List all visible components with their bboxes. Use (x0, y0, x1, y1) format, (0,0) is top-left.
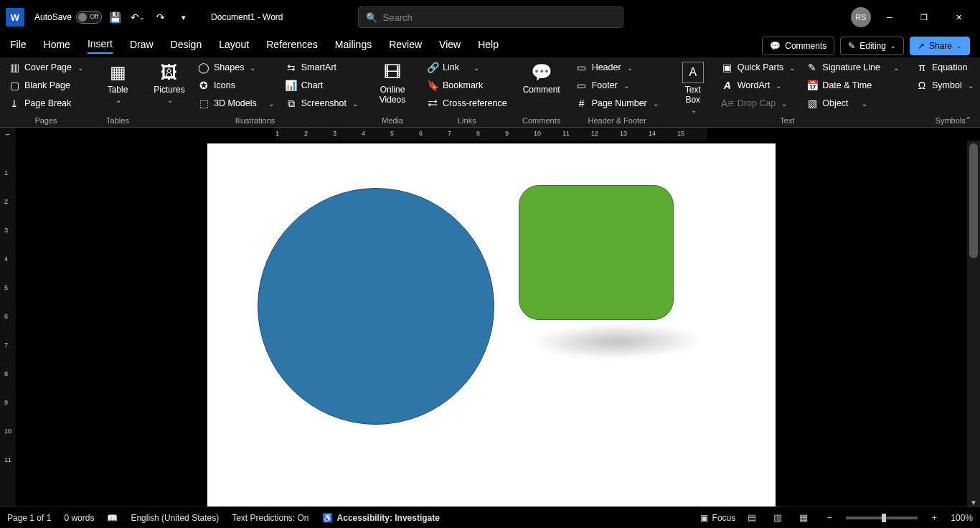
tab-view[interactable]: View (439, 39, 461, 53)
signature-line-button[interactable]: ✎Signature Line (802, 59, 903, 76)
page-number-icon: # (576, 98, 588, 109)
3d-models-button[interactable]: ⬚3D Models (194, 95, 278, 112)
text-box-icon: A (682, 62, 704, 83)
screenshot-button[interactable]: ⧉Screenshot (281, 95, 362, 112)
qat-customize-icon[interactable]: ▾ (174, 7, 194, 27)
comments-button[interactable]: 💬Comments (762, 37, 834, 55)
equation-button[interactable]: πEquation (912, 59, 980, 76)
header-button[interactable]: ▭Header (572, 59, 663, 76)
status-page[interactable]: Page 1 of 1 (7, 513, 51, 523)
table-button[interactable]: ▦Table (96, 59, 139, 104)
status-spellcheck[interactable]: 📖 (107, 513, 118, 523)
group-media: 🎞OnlineVideos Media (367, 57, 418, 127)
document-title: Document1 - Word (211, 12, 283, 22)
undo-icon[interactable]: ↶⌄ (128, 7, 148, 27)
cube-icon: ⬚ (198, 98, 209, 109)
status-bar: Page 1 of 1 0 words 📖 English (United St… (0, 506, 980, 528)
object-icon: ▧ (806, 98, 818, 109)
cover-page-icon: ▥ (9, 62, 20, 73)
cross-reference-button[interactable]: ⮂Cross-reference (423, 95, 512, 112)
wordart-button[interactable]: AWordArt (717, 77, 800, 94)
redo-icon[interactable]: ↷ (151, 7, 171, 27)
link-button[interactable]: 🔗Link (423, 59, 512, 76)
tab-draw[interactable]: Draw (130, 39, 154, 53)
bookmark-button[interactable]: 🔖Bookmark (423, 77, 512, 94)
horizontal-ruler[interactable]: 123456789101112131415 (16, 128, 980, 141)
link-icon: 🔗 (427, 62, 438, 73)
blank-page-button[interactable]: ▢Blank Page (4, 77, 88, 94)
tab-review[interactable]: Review (389, 39, 422, 53)
zoom-out-button[interactable]: − (820, 511, 839, 525)
zoom-level[interactable]: 100% (951, 513, 973, 523)
cover-page-button[interactable]: ▥Cover Page (4, 59, 88, 76)
chart-button[interactable]: 📊Chart (281, 77, 362, 94)
scroll-down-icon[interactable]: ▼ (967, 499, 980, 506)
share-button[interactable]: ↗Share⌄ (910, 37, 970, 55)
text-box-button[interactable]: ATextBox (672, 59, 715, 114)
group-pages: ▥Cover Page ▢Blank Page ⤓Page Break Page… (0, 57, 92, 127)
shapes-button[interactable]: ◯Shapes (194, 59, 278, 76)
footer-button[interactable]: ▭Footer (572, 77, 663, 94)
zoom-slider[interactable] (846, 517, 918, 519)
quick-parts-icon: ▣ (722, 62, 733, 73)
header-icon: ▭ (576, 62, 588, 73)
drop-cap-button[interactable]: A≡Drop Cap (717, 95, 800, 112)
print-layout-button[interactable]: ▥ (768, 511, 787, 525)
symbol-button[interactable]: ΩSymbol (912, 77, 980, 94)
web-layout-button[interactable]: ▦ (794, 511, 813, 525)
screenshot-icon: ⧉ (286, 98, 297, 109)
quick-parts-button[interactable]: ▣Quick Parts (717, 59, 800, 76)
autosave-toggle[interactable]: Off (76, 11, 102, 24)
shape-oval-blue[interactable] (258, 188, 494, 425)
footer-icon: ▭ (576, 80, 588, 91)
page-break-button[interactable]: ⤓Page Break (4, 95, 88, 112)
user-avatar[interactable]: RS (851, 7, 871, 27)
comment-icon: 💬 (770, 41, 781, 51)
tab-file[interactable]: File (10, 39, 27, 53)
smartart-button[interactable]: ⇆SmartArt (281, 59, 362, 76)
comment-button[interactable]: 💬Comment (520, 59, 563, 95)
status-language[interactable]: English (United States) (131, 513, 219, 523)
status-word-count[interactable]: 0 words (64, 513, 94, 523)
tab-mailings[interactable]: Mailings (335, 39, 372, 53)
restore-button[interactable]: ❐ (908, 6, 940, 28)
tab-help[interactable]: Help (478, 39, 499, 53)
online-videos-button[interactable]: 🎞OnlineVideos (371, 59, 414, 105)
tab-insert[interactable]: Insert (88, 38, 113, 54)
status-accessibility[interactable]: ♿Accessibility: Investigate (322, 513, 440, 523)
autosave-label: AutoSave (34, 12, 72, 22)
focus-mode-button[interactable]: ▣Focus (700, 513, 736, 523)
shape-rounded-rectangle-green[interactable] (519, 185, 674, 320)
close-button[interactable]: ✕ (943, 6, 974, 28)
search-icon: 🔍 (366, 12, 377, 23)
pictures-button[interactable]: 🖼Pictures (148, 59, 191, 104)
search-box[interactable]: 🔍 Search (358, 6, 623, 28)
tab-references[interactable]: References (266, 39, 318, 53)
object-button[interactable]: ▧Object (802, 95, 903, 112)
scroll-thumb[interactable] (969, 143, 978, 258)
icons-icon: ✪ (198, 80, 209, 91)
shapes-icon: ◯ (198, 62, 209, 73)
tab-layout[interactable]: Layout (219, 39, 249, 53)
icons-button[interactable]: ✪Icons (194, 77, 278, 94)
page[interactable] (207, 143, 776, 506)
tab-home[interactable]: Home (44, 39, 70, 53)
vertical-ruler[interactable]: 1234567891011 (0, 141, 16, 506)
minimize-button[interactable]: ─ (874, 6, 905, 28)
autosave-control[interactable]: AutoSave Off (34, 11, 102, 24)
save-icon[interactable]: 💾 (105, 7, 125, 27)
document-canvas[interactable] (16, 141, 967, 506)
page-number-button[interactable]: #Page Number (572, 95, 663, 112)
tab-design[interactable]: Design (171, 39, 202, 53)
editing-mode-button[interactable]: ✎Editing⌄ (840, 37, 904, 55)
group-text: ATextBox ▣Quick Parts AWordArt A≡Drop Ca… (667, 57, 908, 127)
table-icon: ▦ (107, 62, 128, 83)
symbol-icon: Ω (916, 80, 928, 91)
zoom-in-button[interactable]: + (925, 511, 943, 525)
read-mode-button[interactable]: ▤ (743, 511, 761, 525)
ribbon-collapse-icon[interactable]: ⌃ (965, 116, 971, 125)
status-text-predictions[interactable]: Text Predictions: On (232, 513, 308, 523)
date-time-button[interactable]: 📅Date & Time (802, 77, 903, 94)
title-bar: W AutoSave Off 💾 ↶⌄ ↷ ▾ Document1 - Word… (0, 0, 980, 34)
vertical-scrollbar[interactable]: ▲ ▼ (967, 141, 980, 506)
